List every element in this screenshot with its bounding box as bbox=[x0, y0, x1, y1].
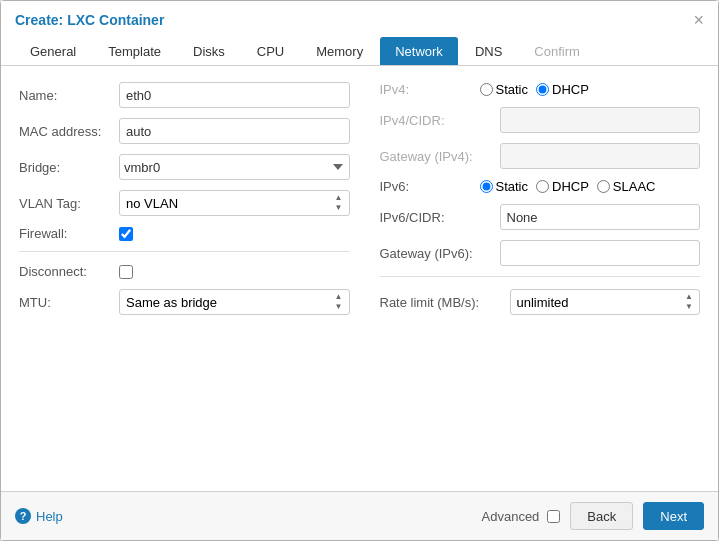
bridge-row: Bridge: vmbr0 bbox=[19, 154, 350, 180]
ipv4-static-option[interactable]: Static bbox=[480, 82, 529, 97]
gateway-ipv6-row: Gateway (IPv6): bbox=[380, 240, 701, 266]
help-button[interactable]: ? Help bbox=[15, 508, 63, 524]
mtu-spinner[interactable]: ▲ ▼ bbox=[119, 289, 350, 315]
dialog: Create: LXC Container × General Template… bbox=[0, 0, 719, 541]
content-area: Name: MAC address: Bridge: vmbr0 VLAN Ta… bbox=[1, 66, 718, 491]
dialog-header: Create: LXC Container × bbox=[1, 1, 718, 29]
ipv4-static-radio[interactable] bbox=[480, 83, 493, 96]
ipv4-dhcp-label: DHCP bbox=[552, 82, 589, 97]
ipv6-static-option[interactable]: Static bbox=[480, 179, 529, 194]
gateway-ipv6-label: Gateway (IPv6): bbox=[380, 246, 500, 261]
gateway-ipv4-input[interactable] bbox=[500, 143, 701, 169]
tab-template[interactable]: Template bbox=[93, 37, 176, 65]
advanced-label: Advanced bbox=[482, 509, 540, 524]
rate-label: Rate limit (MB/s): bbox=[380, 295, 510, 310]
vlan-arrows[interactable]: ▲ ▼ bbox=[335, 193, 343, 213]
ipv6-cidr-row: IPv6/CIDR: bbox=[380, 204, 701, 230]
disconnect-label: Disconnect: bbox=[19, 264, 119, 279]
disconnect-row: Disconnect: bbox=[19, 264, 350, 279]
right-column: IPv4: Static DHCP IPv4/CIDR: bbox=[370, 82, 701, 325]
footer: ? Help Advanced Back Next bbox=[1, 491, 718, 540]
section-divider bbox=[19, 251, 350, 252]
ipv6-dhcp-option[interactable]: DHCP bbox=[536, 179, 589, 194]
bridge-select[interactable]: vmbr0 bbox=[119, 154, 350, 180]
vlan-up-arrow[interactable]: ▲ bbox=[335, 193, 343, 203]
ipv6-slaac-radio[interactable] bbox=[597, 180, 610, 193]
tab-disks[interactable]: Disks bbox=[178, 37, 240, 65]
tab-general[interactable]: General bbox=[15, 37, 91, 65]
ipv6-static-label: Static bbox=[496, 179, 529, 194]
ipv4-row: IPv4: Static DHCP bbox=[380, 82, 701, 97]
gateway-ipv4-label: Gateway (IPv4): bbox=[380, 149, 500, 164]
rate-down-arrow[interactable]: ▼ bbox=[685, 302, 693, 312]
rate-up-arrow[interactable]: ▲ bbox=[685, 292, 693, 302]
vlan-input[interactable] bbox=[126, 196, 335, 211]
advanced-option[interactable]: Advanced bbox=[482, 509, 561, 524]
mtu-row: MTU: ▲ ▼ bbox=[19, 289, 350, 315]
tab-bar: General Template Disks CPU Memory Networ… bbox=[1, 29, 718, 66]
gateway-ipv6-input[interactable] bbox=[500, 240, 701, 266]
mtu-up-arrow[interactable]: ▲ bbox=[335, 292, 343, 302]
tab-network[interactable]: Network bbox=[380, 37, 458, 65]
gateway-ipv4-row: Gateway (IPv4): bbox=[380, 143, 701, 169]
mtu-label: MTU: bbox=[19, 295, 119, 310]
footer-right: Advanced Back Next bbox=[482, 502, 704, 530]
tab-dns[interactable]: DNS bbox=[460, 37, 517, 65]
dialog-title: Create: LXC Container bbox=[15, 12, 164, 28]
mac-input[interactable] bbox=[119, 118, 350, 144]
firewall-checkbox[interactable] bbox=[119, 227, 133, 241]
back-button[interactable]: Back bbox=[570, 502, 633, 530]
tab-confirm: Confirm bbox=[519, 37, 595, 65]
name-input[interactable] bbox=[119, 82, 350, 108]
ipv4-cidr-row: IPv4/CIDR: bbox=[380, 107, 701, 133]
bridge-label: Bridge: bbox=[19, 160, 119, 175]
ipv4-label: IPv4: bbox=[380, 82, 480, 97]
firewall-label: Firewall: bbox=[19, 226, 119, 241]
ipv6-cidr-input[interactable] bbox=[500, 204, 701, 230]
mac-row: MAC address: bbox=[19, 118, 350, 144]
ipv6-row: IPv6: Static DHCP SLAAC bbox=[380, 179, 701, 194]
vlan-spinner[interactable]: ▲ ▼ bbox=[119, 190, 350, 216]
advanced-checkbox[interactable] bbox=[547, 510, 560, 523]
rate-row: Rate limit (MB/s): ▲ ▼ bbox=[380, 289, 701, 315]
ipv6-dhcp-radio[interactable] bbox=[536, 180, 549, 193]
mtu-input[interactable] bbox=[126, 295, 335, 310]
name-row: Name: bbox=[19, 82, 350, 108]
vlan-row: VLAN Tag: ▲ ▼ bbox=[19, 190, 350, 216]
mtu-down-arrow[interactable]: ▼ bbox=[335, 302, 343, 312]
ipv6-label: IPv6: bbox=[380, 179, 480, 194]
ipv4-radio-group: Static DHCP bbox=[480, 82, 589, 97]
rate-spinner[interactable]: ▲ ▼ bbox=[510, 289, 701, 315]
firewall-row: Firewall: bbox=[19, 226, 350, 241]
right-divider bbox=[380, 276, 701, 277]
ipv4-dhcp-radio[interactable] bbox=[536, 83, 549, 96]
disconnect-checkbox[interactable] bbox=[119, 265, 133, 279]
next-button[interactable]: Next bbox=[643, 502, 704, 530]
name-label: Name: bbox=[19, 88, 119, 103]
tab-memory[interactable]: Memory bbox=[301, 37, 378, 65]
footer-left: ? Help bbox=[15, 508, 63, 524]
help-icon: ? bbox=[15, 508, 31, 524]
vlan-down-arrow[interactable]: ▼ bbox=[335, 203, 343, 213]
ipv4-cidr-label: IPv4/CIDR: bbox=[380, 113, 500, 128]
ipv4-dhcp-option[interactable]: DHCP bbox=[536, 82, 589, 97]
tab-cpu[interactable]: CPU bbox=[242, 37, 299, 65]
rate-input[interactable] bbox=[517, 295, 686, 310]
vlan-label: VLAN Tag: bbox=[19, 196, 119, 211]
close-button[interactable]: × bbox=[693, 11, 704, 29]
mac-label: MAC address: bbox=[19, 124, 119, 139]
mtu-arrows[interactable]: ▲ ▼ bbox=[335, 292, 343, 312]
rate-arrows[interactable]: ▲ ▼ bbox=[685, 292, 693, 312]
help-label: Help bbox=[36, 509, 63, 524]
form-grid: Name: MAC address: Bridge: vmbr0 VLAN Ta… bbox=[19, 82, 700, 325]
ipv6-slaac-label: SLAAC bbox=[613, 179, 656, 194]
ipv6-slaac-option[interactable]: SLAAC bbox=[597, 179, 656, 194]
left-column: Name: MAC address: Bridge: vmbr0 VLAN Ta… bbox=[19, 82, 350, 325]
ipv4-static-label: Static bbox=[496, 82, 529, 97]
ipv6-cidr-label: IPv6/CIDR: bbox=[380, 210, 500, 225]
ipv6-static-radio[interactable] bbox=[480, 180, 493, 193]
ipv6-dhcp-label: DHCP bbox=[552, 179, 589, 194]
ipv4-cidr-input[interactable] bbox=[500, 107, 701, 133]
ipv6-radio-group: Static DHCP SLAAC bbox=[480, 179, 656, 194]
